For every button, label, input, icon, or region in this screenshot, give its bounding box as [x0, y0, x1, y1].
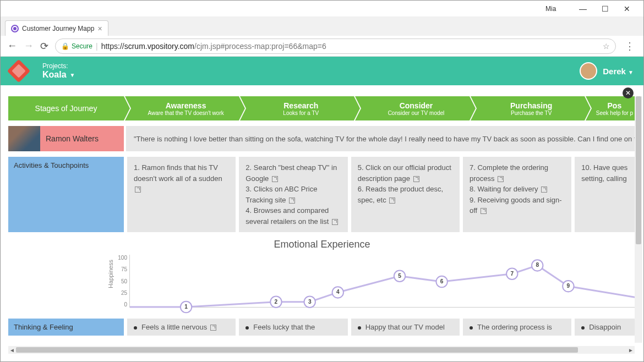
activity-card[interactable]: 5. Click on our official product descrip…	[351, 157, 460, 232]
app-header: Projects: Koala▼ Derek ▼	[1, 57, 643, 85]
project-selector[interactable]: Projects: Koala▼	[42, 62, 75, 80]
browser-toolbar: ← → ⟳ 🔒 Secure | https://scrum.vpository…	[1, 36, 643, 57]
secure-text: Secure	[72, 42, 92, 50]
activity-card[interactable]: 1. Ramon finds that his TV doesn't work …	[127, 157, 236, 232]
svg-text:4: 4	[336, 289, 340, 295]
content-area: ✕ Stages of Journey Awareness Aware that…	[1, 85, 643, 361]
chart-points: 1 2 3 4 5 6 7 8 9	[130, 255, 636, 309]
stage-research[interactable]: Research Looks for a TV	[240, 96, 354, 120]
svg-text:6: 6	[440, 278, 444, 284]
persona-photo	[8, 126, 40, 151]
close-tab-icon[interactable]: ×	[97, 24, 102, 33]
persona-row: Ramon Walters "There is nothing I love b…	[8, 126, 636, 151]
svg-text:7: 7	[510, 271, 514, 277]
stages-row: Stages of Journey Awareness Aware that t…	[8, 96, 636, 120]
chart-section: Emotional Experience Happiness 100 75 50…	[8, 235, 636, 315]
svg-text:8: 8	[536, 262, 539, 268]
external-link-icon[interactable]	[135, 187, 141, 193]
chevron-down-icon: ▼	[70, 72, 75, 78]
address-bar[interactable]: 🔒 Secure | https://scrum.vpository.com/c…	[55, 39, 616, 54]
chevron-down-icon: ▼	[628, 69, 634, 75]
stages-header: Stages of Journey	[8, 96, 124, 120]
bookmark-star-icon[interactable]: ☆	[603, 42, 610, 51]
thinking-card[interactable]: Feels lucky that the	[239, 319, 347, 336]
external-link-icon[interactable]	[272, 176, 278, 182]
external-link-icon[interactable]	[498, 176, 504, 182]
favicon-icon	[11, 25, 19, 32]
window-titlebar: Mia — ☐ ✕	[1, 1, 643, 17]
persona-cell[interactable]: Ramon Walters	[8, 126, 124, 151]
chart-plot: Happiness 100 75 50 25 0 1	[129, 255, 636, 315]
scroll-right-icon[interactable]: ►	[627, 347, 635, 353]
external-link-icon[interactable]	[413, 176, 419, 182]
svg-text:3: 3	[308, 299, 312, 305]
stage-post[interactable]: Pos Seek help for p	[586, 96, 636, 120]
external-link-icon[interactable]	[210, 325, 216, 331]
maximize-button[interactable]: ☐	[594, 1, 616, 17]
external-link-icon[interactable]	[389, 198, 395, 204]
svg-text:9: 9	[567, 283, 570, 289]
stage-purchasing[interactable]: Purchasing Purchase the TV	[471, 96, 585, 120]
os-user-label: Mia	[17, 5, 556, 13]
lock-icon: 🔒	[61, 42, 69, 50]
activity-card[interactable]: 10. Have quessetting, calling	[575, 157, 636, 232]
scrollbar-thumb[interactable]	[636, 96, 641, 244]
stage-consider[interactable]: Consider Consider our TV model	[355, 96, 469, 120]
close-window-button[interactable]: ✕	[616, 1, 638, 17]
projects-label: Projects:	[42, 62, 75, 70]
thinking-label: Thinking & Feeling	[8, 319, 124, 336]
thinking-card[interactable]: Happy that our TV model	[351, 319, 460, 336]
persona-name: Ramon Walters	[40, 126, 124, 151]
external-link-icon[interactable]	[481, 208, 487, 214]
external-link-icon[interactable]	[332, 219, 338, 225]
username-dropdown[interactable]: Derek ▼	[603, 67, 634, 76]
chart-title: Emotional Experience	[8, 239, 636, 250]
scroll-left-icon[interactable]: ◄	[8, 347, 16, 353]
activity-card[interactable]: 7. Complete the ordering process 8. Wait…	[463, 157, 571, 232]
secure-badge: 🔒 Secure	[61, 42, 92, 50]
persona-quote: "There is nothing I love better than sit…	[126, 126, 636, 151]
thinking-card[interactable]: Disappoin	[575, 319, 636, 336]
activity-card[interactable]: 2. Search "best cheap TV" in Google 3. C…	[239, 157, 347, 232]
tab-title: Customer Journey Mapp	[22, 25, 94, 32]
external-link-icon[interactable]	[289, 198, 295, 204]
stage-awareness[interactable]: Awareness Aware that the TV doesn't work	[125, 96, 239, 120]
vertical-scrollbar[interactable]	[635, 96, 642, 343]
browser-tab[interactable]: Customer Journey Mapp ×	[5, 20, 108, 36]
minimize-button[interactable]: —	[572, 1, 594, 17]
scrollbar-thumb[interactable]	[16, 347, 578, 353]
reload-button[interactable]: ⟳	[40, 40, 48, 52]
user-avatar[interactable]	[580, 62, 597, 80]
forward-button[interactable]: →	[24, 40, 34, 52]
thinking-row: Thinking & Feeling Feels a little nervou…	[8, 319, 636, 336]
y-axis-ticks: 100 75 50 25 0	[111, 255, 127, 308]
browser-tab-bar: Customer Journey Mapp ×	[1, 17, 643, 36]
back-button[interactable]: ←	[7, 40, 17, 52]
close-panel-button[interactable]: ✕	[623, 87, 634, 98]
svg-text:5: 5	[398, 273, 401, 279]
external-link-icon[interactable]	[541, 187, 547, 193]
url-text: https://scrum.vpository.com/cjm.jsp#proc…	[101, 42, 326, 51]
svg-text:2: 2	[275, 299, 278, 305]
thinking-card[interactable]: Feels a little nervous	[127, 319, 236, 336]
horizontal-scrollbar[interactable]: ◄ ►	[8, 346, 635, 354]
activities-label: Activities & Touchpoints	[8, 157, 124, 232]
activities-row: Activities & Touchpoints 1. Ramon finds …	[8, 157, 636, 232]
svg-text:1: 1	[184, 304, 188, 310]
app-logo-icon[interactable]	[7, 59, 30, 83]
thinking-card[interactable]: The ordering process is	[463, 319, 571, 336]
browser-menu-icon[interactable]: ⋮	[623, 40, 637, 52]
